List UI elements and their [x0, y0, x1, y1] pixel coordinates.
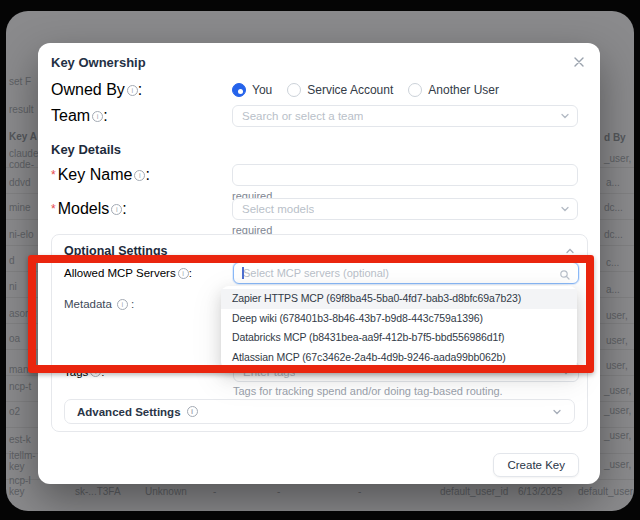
optional-settings-heading: Optional Settings — [64, 244, 167, 258]
tags-label: Tags i : — [64, 361, 105, 382]
create-key-modal: Key Ownership Owned By i : You — [38, 43, 600, 484]
create-key-button[interactable]: Create Key — [493, 453, 579, 477]
bg-table-fragment: mine — [9, 202, 31, 213]
bg-table-fragment: ni-elo — [9, 229, 33, 240]
bg-table-fragment: ni — [9, 281, 17, 292]
models-select[interactable]: Select models — [232, 198, 578, 220]
bg-table-fragment: itellm- — [9, 450, 36, 461]
bg-table-fragment: dc... — [604, 229, 623, 240]
key-name-label: * Key Name i : — [51, 164, 150, 186]
models-label: * Models i : — [51, 198, 127, 220]
advanced-settings-heading: Advanced Settings — [77, 406, 181, 418]
bg-table-fragment: - — [277, 486, 280, 497]
chevron-down-icon — [552, 403, 562, 421]
bg-table-fragment: result — [9, 104, 33, 115]
advanced-settings-header[interactable]: Advanced Settings i — [64, 399, 575, 424]
required-asterisk: * — [51, 168, 56, 182]
bg-table-fragment: ason2 — [9, 308, 36, 319]
bg-table-fragment: est-k — [9, 434, 31, 445]
bg-table-fragment: Unknown — [145, 486, 187, 497]
info-icon: i — [117, 299, 128, 310]
text-cursor — [242, 267, 244, 279]
bg-table-fragment: default_user, — [578, 486, 634, 497]
owned-by-label: Owned By i : — [51, 81, 142, 99]
info-icon: i — [111, 204, 122, 215]
metadata-label: Metadata i : — [64, 298, 134, 310]
bg-table-fragment: 6/13/2025 — [518, 486, 563, 497]
modal-title: Key Ownership — [51, 55, 146, 70]
radio-another-user[interactable]: Another User — [408, 83, 499, 97]
bg-table-fragment: ncp-t — [9, 381, 31, 392]
bg-table-fragment: _user, — [604, 405, 631, 416]
bg-table-fragment: a... — [606, 284, 620, 295]
mcp-servers-input[interactable] — [233, 262, 579, 284]
team-row: Team i : Search or select a team — [51, 105, 588, 127]
info-icon: i — [127, 85, 138, 96]
key-details-heading: Key Details — [51, 142, 121, 157]
bg-table-fragment: ncp-l — [9, 475, 31, 486]
bg-table-fragment: - — [213, 486, 216, 497]
owned-by-radio-group: You Service Account Another User — [232, 81, 499, 99]
bg-table-fragment: _user, — [604, 430, 631, 441]
info-icon: i — [187, 406, 198, 417]
bg-table-fragment: sk-...T3FA — [75, 486, 121, 497]
bg-table-fragment: default_user_id — [440, 486, 508, 497]
bg-table-fragment: ddvd — [9, 177, 31, 188]
mcp-option-databricks[interactable]: Databricks MCP (b8431bea-aa9f-412b-b7f5-… — [221, 328, 577, 348]
radio-unselected-icon — [408, 83, 422, 97]
bg-table-fragment: a... — [606, 177, 620, 188]
bg-table-fragment: oa — [9, 333, 20, 344]
team-label: Team i : — [51, 105, 108, 127]
radio-selected-icon — [232, 83, 246, 97]
bg-table-fragment: claude — [9, 148, 38, 159]
close-icon[interactable] — [571, 54, 587, 70]
bg-table-fragment: _user, — [604, 385, 631, 396]
bg-table-fragment: user, — [606, 335, 628, 346]
radio-service-account[interactable]: Service Account — [287, 83, 393, 97]
owned-by-row: Owned By i : You Service Account — [51, 81, 588, 99]
bg-table-fragment: user, — [606, 360, 628, 371]
radio-you[interactable]: You — [232, 83, 272, 97]
bg-table-fragment: key — [9, 461, 25, 472]
bg-table-fragment: set F — [9, 76, 31, 87]
chevron-down-icon — [560, 111, 570, 121]
tags-hint: Tags for tracking spend and/or doing tag… — [233, 385, 503, 397]
info-icon: i — [90, 366, 101, 377]
radio-unselected-icon — [287, 83, 301, 97]
bg-table-fragment: c... — [606, 257, 619, 268]
bg-table-fragment: user, — [606, 310, 628, 321]
mcp-option-atlassian[interactable]: Atlassian MCP (67c3462e-2a4b-4d9b-9246-a… — [221, 348, 577, 368]
bg-table-fragment: _user, — [604, 153, 631, 164]
info-icon: i — [178, 268, 189, 279]
mcp-servers-row: Allowed MCP Servers i : — [64, 262, 577, 284]
optional-settings-header[interactable]: Optional Settings — [64, 242, 575, 260]
info-icon: i — [92, 111, 103, 122]
bg-table-fragment: code- — [9, 159, 34, 170]
bg-table-fragment: key — [9, 486, 25, 497]
bg-table-fragment: - — [358, 486, 361, 497]
bg-table-fragment: manu — [9, 364, 34, 375]
chevron-up-icon — [565, 242, 575, 260]
bg-table-fragment: _user, — [604, 459, 631, 470]
mcp-option-zapier[interactable]: Zapier HTTPS MCP (69f8ba45-5ba0-4fd7-bab… — [221, 289, 577, 309]
mcp-servers-dropdown: Zapier HTTPS MCP (69f8ba45-5ba0-4fd7-bab… — [221, 286, 577, 370]
search-icon — [559, 267, 571, 285]
app-window: set FresultKey Aclaudecode-ddvdmineni-el… — [6, 11, 634, 511]
optional-settings-panel: Optional Settings Allowed MCP Servers i … — [51, 234, 588, 432]
chevron-down-icon — [560, 204, 570, 214]
team-select[interactable]: Search or select a team — [232, 105, 578, 127]
bg-table-fragment: o2 — [9, 406, 20, 417]
mcp-option-deep-wiki[interactable]: Deep wiki (678401b3-8b46-43b7-b9d8-443c7… — [221, 309, 577, 329]
bg-table-fragment: d By — [604, 132, 626, 143]
bg-table-fragment: Key A — [9, 131, 37, 142]
info-icon: i — [134, 170, 145, 181]
bg-table-fragment: d — [9, 255, 15, 266]
key-name-input[interactable] — [232, 164, 578, 186]
mcp-servers-label: Allowed MCP Servers i : — [64, 262, 192, 284]
required-asterisk: * — [51, 202, 56, 216]
screenshot-stage: set FresultKey Aclaudecode-ddvdmineni-el… — [0, 0, 640, 520]
bg-table-fragment: dc... — [604, 202, 623, 213]
